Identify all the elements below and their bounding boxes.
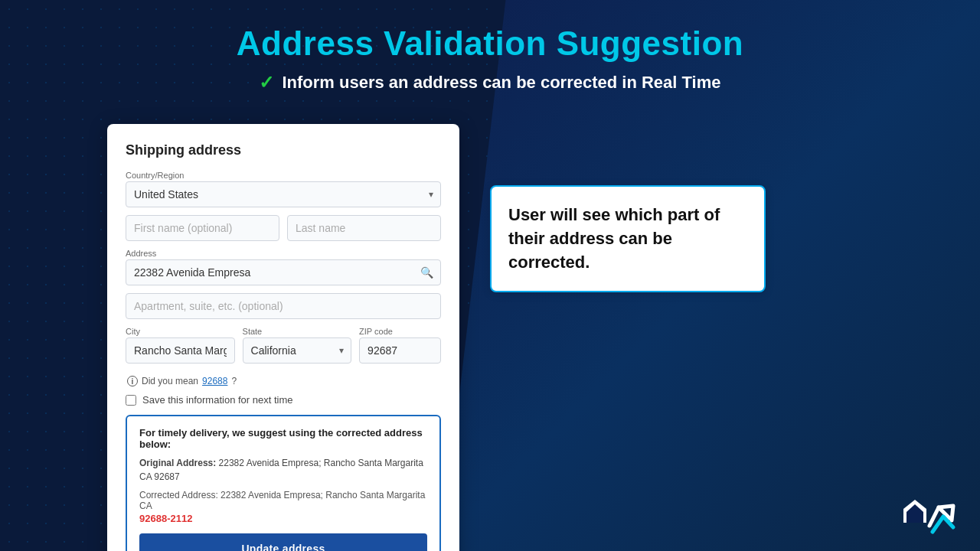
page-title: Address Validation Suggestion	[0, 24, 980, 63]
country-group: Country/Region United States ▾	[126, 171, 441, 207]
original-address: Original Address: 22382 Avenida Empresa;…	[139, 456, 427, 484]
state-select-wrapper: California ▾	[243, 337, 352, 364]
address-input[interactable]	[126, 259, 441, 285]
tooltip-box: User will see which part of their addres…	[490, 185, 766, 292]
city-group: City	[126, 327, 235, 364]
did-you-mean-suffix: ?	[231, 376, 237, 386]
update-address-button[interactable]: Update address	[139, 533, 427, 551]
suggestion-title: For timely delivery, we suggest using th…	[139, 427, 427, 450]
corrected-zip: 92688-2112	[139, 513, 427, 524]
address-wrapper: 🔍	[126, 259, 441, 285]
state-group: State California ▾	[243, 327, 352, 364]
info-icon: i	[127, 376, 138, 386]
zip-group: ZIP code	[359, 327, 441, 364]
city-state-zip-row: City State California ▾ ZIP code	[126, 327, 441, 371]
zip-label: ZIP code	[359, 327, 441, 336]
last-name-group	[287, 215, 441, 241]
first-name-input[interactable]	[126, 215, 279, 241]
subtitle: ✓ Inform users an address can be correct…	[0, 72, 980, 93]
zip-input[interactable]	[359, 337, 441, 364]
city-input[interactable]	[126, 337, 235, 364]
save-info-label: Save this information for next time	[142, 394, 293, 406]
subtitle-text: Inform users an address can be corrected…	[282, 73, 720, 93]
did-you-mean-row: i Did you mean 92688 ?	[126, 376, 441, 386]
form-card: Shipping address Country/Region United S…	[107, 124, 459, 551]
checkmark-icon: ✓	[259, 72, 274, 93]
name-row	[126, 215, 441, 249]
apartment-input[interactable]	[126, 293, 441, 319]
address-label: Address	[126, 249, 441, 258]
main-area: Shipping address Country/Region United S…	[0, 109, 980, 551]
state-label: State	[243, 327, 352, 336]
last-name-input[interactable]	[287, 215, 441, 241]
corrected-label: Corrected Address: 22382 Avenida Empresa…	[139, 490, 427, 511]
country-select-wrapper: United States ▾	[126, 181, 441, 207]
state-select[interactable]: California	[243, 337, 352, 364]
zip-suggestion-link[interactable]: 92688	[202, 376, 227, 386]
country-label: Country/Region	[126, 171, 441, 180]
first-name-group	[126, 215, 279, 241]
address-group: Address 🔍	[126, 249, 441, 285]
original-label: Original Address:	[139, 458, 216, 468]
tooltip-text: User will see which part of their addres…	[508, 204, 747, 274]
did-you-mean-prefix: Did you mean	[142, 376, 198, 386]
form-title: Shipping address	[126, 142, 441, 158]
apartment-group	[126, 293, 441, 319]
country-select[interactable]: United States	[126, 181, 441, 207]
search-icon[interactable]: 🔍	[420, 266, 433, 279]
save-info-row: Save this information for next time	[126, 394, 441, 406]
header: Address Validation Suggestion ✓ Inform u…	[0, 0, 980, 109]
city-label: City	[126, 327, 235, 336]
suggestion-box: For timely delivery, we suggest using th…	[126, 415, 441, 551]
save-info-checkbox[interactable]	[126, 395, 136, 406]
